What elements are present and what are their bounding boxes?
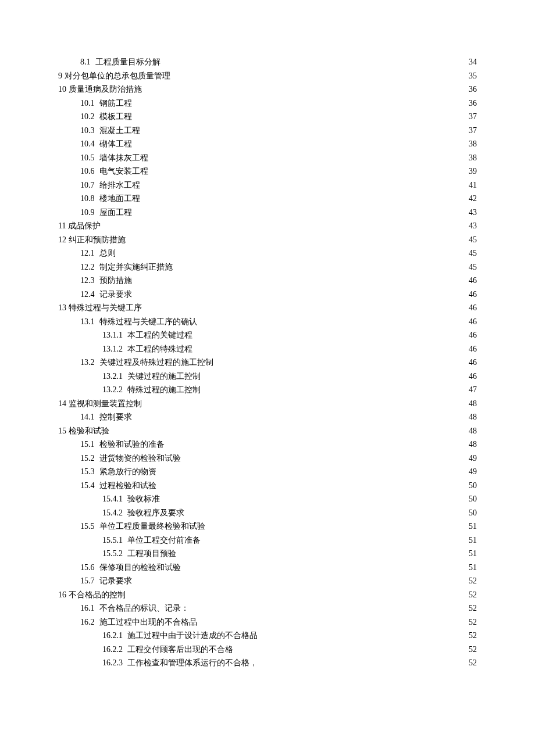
toc-entry-title: 施工过程中出现的不合格品 bbox=[99, 615, 197, 629]
toc-entry-title: 过程检验和试验 bbox=[99, 479, 156, 493]
toc-entry-number: 16.2.1 bbox=[102, 629, 127, 643]
toc-entry-number: 15.4.2 bbox=[102, 506, 127, 520]
toc-entry-number: 10.3 bbox=[80, 124, 99, 138]
toc-entry-number: 15.5 bbox=[80, 519, 99, 533]
toc-entry-title: 制定并实施纠正措施 bbox=[99, 260, 173, 274]
toc-entry: 13.2.1关键过程的施工控制46 bbox=[58, 370, 477, 384]
toc-entry-page: 46 bbox=[463, 342, 477, 356]
toc-entry: 13.1.1本工程的关键过程46 bbox=[58, 328, 477, 342]
toc-entry-number: 16 bbox=[58, 588, 69, 602]
toc-entry-number: 15 bbox=[58, 424, 69, 438]
toc-entry-number: 10.6 bbox=[80, 164, 99, 178]
toc-entry-number: 10.2 bbox=[80, 110, 99, 124]
toc-entry-page: 46 bbox=[463, 370, 477, 384]
toc-entry-number: 16.1 bbox=[80, 601, 99, 615]
toc-entry-title: 模板工程 bbox=[99, 110, 132, 124]
toc-entry-page: 50 bbox=[463, 492, 477, 506]
toc-entry-number: 13.2.2 bbox=[102, 383, 127, 397]
toc-entry-title: 楼地面工程 bbox=[99, 192, 140, 206]
toc-entry: 10.6电气安装工程39 bbox=[58, 164, 477, 178]
toc-entry-number: 12.2 bbox=[80, 260, 99, 274]
toc-entry: 12.1总则45 bbox=[58, 246, 477, 260]
toc-entry-page: 45 bbox=[463, 246, 477, 260]
toc-entry-title: 单位工程质量最终检验和试验 bbox=[99, 519, 205, 533]
toc-entry: 15.6保修项目的检验和试验51 bbox=[58, 561, 477, 575]
toc-entry-title: 电气安装工程 bbox=[99, 164, 148, 178]
toc-entry-page: 46 bbox=[463, 356, 477, 370]
toc-entry-page: 46 bbox=[463, 301, 477, 315]
toc-entry-page: 52 bbox=[463, 656, 477, 670]
toc-entry-number: 13.1.2 bbox=[102, 342, 127, 356]
toc-entry-title: 钢筋工程 bbox=[99, 96, 132, 110]
toc-entry-title: 纠正和预防措施 bbox=[69, 233, 126, 247]
toc-entry-number: 10.4 bbox=[80, 137, 99, 151]
toc-entry-page: 43 bbox=[463, 219, 477, 233]
toc-entry: 15.4.1验收标准50 bbox=[58, 492, 477, 506]
toc-entry-number: 14 bbox=[58, 397, 69, 411]
toc-entry-page: 36 bbox=[463, 96, 477, 110]
toc-entry-number: 15.5.1 bbox=[102, 533, 127, 547]
toc-entry-title: 预防措施 bbox=[99, 274, 132, 288]
toc-entry-page: 50 bbox=[463, 479, 477, 493]
toc-entry-title: 特殊过程与关键工序 bbox=[69, 301, 142, 315]
table-of-contents: 8.1工程质量目标分解349对分包单位的总承包质量管理3510质量通病及防治措施… bbox=[58, 55, 477, 670]
toc-entry-page: 52 bbox=[463, 629, 477, 643]
toc-entry-page: 35 bbox=[463, 69, 477, 83]
toc-entry-number: 15.4 bbox=[80, 479, 99, 493]
toc-entry-page: 51 bbox=[463, 533, 477, 547]
toc-entry: 12纠正和预防措施45 bbox=[58, 233, 477, 247]
toc-entry-number: 16.2.3 bbox=[102, 656, 127, 670]
toc-entry-title: 质量通病及防治措施 bbox=[69, 83, 142, 96]
toc-entry-page: 51 bbox=[463, 519, 477, 533]
toc-entry-page: 52 bbox=[463, 643, 477, 657]
toc-entry-title: 施工过程中由于设计造成的不合格品 bbox=[127, 629, 258, 643]
toc-entry-page: 45 bbox=[463, 233, 477, 247]
toc-entry-page: 51 bbox=[463, 547, 477, 561]
toc-entry-title: 工程质量目标分解 bbox=[95, 55, 160, 69]
toc-entry: 12.4记录要求46 bbox=[58, 288, 477, 302]
toc-entry: 15.4.2验收程序及要求50 bbox=[58, 506, 477, 520]
toc-entry-number: 12.1 bbox=[80, 246, 99, 260]
toc-entry-page: 46 bbox=[463, 315, 477, 329]
toc-entry-number: 13.1 bbox=[80, 315, 99, 329]
toc-entry-number: 15.4.1 bbox=[102, 492, 127, 506]
toc-entry: 13特殊过程与关键工序46 bbox=[58, 301, 477, 315]
toc-entry-number: 16.2 bbox=[80, 615, 99, 629]
toc-entry: 16.2.1施工过程中由于设计造成的不合格品52 bbox=[58, 629, 477, 643]
toc-entry: 16.2施工过程中出现的不合格品52 bbox=[58, 615, 477, 629]
toc-entry-title: 总则 bbox=[99, 246, 116, 260]
toc-entry: 10.4砌体工程38 bbox=[58, 137, 477, 151]
toc-entry-title: 墙体抹灰工程 bbox=[99, 151, 148, 165]
toc-entry-title: 验收标准 bbox=[127, 492, 160, 506]
toc-entry-number: 10.7 bbox=[80, 178, 99, 192]
toc-entry-number: 10.5 bbox=[80, 151, 99, 165]
toc-entry: 8.1工程质量目标分解34 bbox=[58, 55, 477, 69]
toc-entry-number: 8.1 bbox=[80, 55, 95, 69]
toc-entry-page: 42 bbox=[463, 192, 477, 206]
toc-entry-title: 保修项目的检验和试验 bbox=[99, 561, 181, 575]
toc-entry: 12.3预防措施46 bbox=[58, 274, 477, 288]
toc-entry: 10.5墙体抹灰工程38 bbox=[58, 151, 477, 165]
toc-entry-page: 49 bbox=[463, 465, 477, 479]
toc-entry-title: 混凝土工程 bbox=[99, 124, 140, 138]
toc-entry-title: 控制要求 bbox=[99, 410, 132, 424]
toc-entry-title: 给排水工程 bbox=[99, 178, 140, 192]
toc-entry-page: 38 bbox=[463, 151, 477, 165]
toc-entry-title: 本工程的关键过程 bbox=[127, 328, 192, 342]
toc-entry-number: 15.7 bbox=[80, 574, 99, 588]
toc-entry-page: 50 bbox=[463, 506, 477, 520]
toc-entry-page: 43 bbox=[463, 206, 477, 220]
toc-entry-number: 13.2.1 bbox=[102, 370, 127, 384]
toc-entry: 10.7给排水工程41 bbox=[58, 178, 477, 192]
toc-entry-number: 16.2.2 bbox=[102, 643, 127, 657]
toc-entry-number: 13 bbox=[58, 301, 69, 315]
toc-entry-title: 进货物资的检验和试验 bbox=[99, 452, 181, 465]
toc-entry-number: 10.1 bbox=[80, 96, 99, 110]
toc-entry-title: 监视和测量装置控制 bbox=[69, 397, 142, 411]
toc-entry-title: 单位工程交付前准备 bbox=[127, 533, 201, 547]
toc-entry: 10.2模板工程37 bbox=[58, 110, 477, 124]
toc-entry-number: 12 bbox=[58, 233, 69, 247]
toc-entry-page: 49 bbox=[463, 452, 477, 465]
toc-entry-number: 10.9 bbox=[80, 206, 99, 220]
toc-entry: 15.2进货物资的检验和试验49 bbox=[58, 452, 477, 465]
